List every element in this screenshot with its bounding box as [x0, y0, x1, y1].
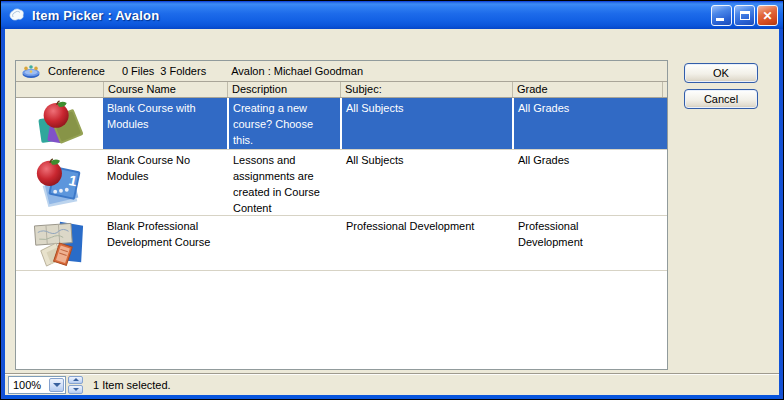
- table-row[interactable]: Blank Professional Development Course Pr…: [16, 216, 667, 271]
- chevron-up-icon: [73, 378, 79, 381]
- item-list-panel: Conference 0 Files 3 Folders Avalon : Mi…: [15, 60, 668, 370]
- conference-label: Conference: [48, 65, 105, 77]
- description-cell: Creating a new course? Choose this.: [227, 98, 340, 149]
- conference-icon: [21, 64, 41, 79]
- map-papers-icon: [16, 216, 103, 270]
- grade-text: All Grades: [518, 152, 569, 168]
- column-header-filler: [662, 82, 667, 97]
- description-cell: Lessons and assignments are created in C…: [227, 150, 340, 215]
- apple-planner-icon: 1: [16, 150, 103, 215]
- column-header-course-name[interactable]: Course Name: [103, 82, 227, 97]
- selection-status: 1 Item selected.: [93, 379, 171, 391]
- table-header: Course Name Description Subjec: Grade: [16, 82, 667, 98]
- table-body: Blank Course with Modules Creating a new…: [16, 98, 667, 369]
- window-controls: ✕: [711, 5, 778, 26]
- maximize-icon: [740, 11, 750, 20]
- subject-cell: All Subjects: [340, 150, 512, 215]
- zoom-dropdown-button[interactable]: [49, 378, 64, 392]
- context-label: Avalon : Michael Goodman: [231, 65, 363, 77]
- zoom-value: 100%: [9, 379, 49, 391]
- spinner-down-button[interactable]: [68, 385, 83, 394]
- grade-cell: Professional Development: [512, 216, 667, 270]
- minimize-button[interactable]: [711, 5, 732, 26]
- dialog-content: Conference 0 Files 3 Folders Avalon : Mi…: [5, 29, 779, 395]
- item-picker-window: Item Picker : Avalon ✕: [0, 0, 784, 400]
- grade-cell: All Grades: [512, 150, 667, 215]
- folders-count: 3 Folders: [160, 65, 206, 77]
- zoom-spinner[interactable]: [68, 376, 83, 394]
- course-name-cell: Blank Professional Development Course: [103, 216, 227, 270]
- cancel-button[interactable]: Cancel: [684, 89, 758, 109]
- subject-cell: Professional Development: [340, 216, 512, 270]
- status-bar: 100% 1 Item selected.: [5, 373, 779, 395]
- titlebar[interactable]: Item Picker : Avalon ✕: [1, 1, 783, 29]
- table-row[interactable]: Blank Course with Modules Creating a new…: [16, 98, 667, 150]
- spinner-up-button[interactable]: [68, 376, 83, 385]
- course-name-cell: Blank Course with Modules: [103, 98, 227, 149]
- course-name-cell: Blank Course No Modules: [103, 150, 227, 215]
- chevron-down-icon: [53, 383, 61, 387]
- ok-button[interactable]: OK: [684, 63, 758, 83]
- column-header-icon: [16, 82, 103, 97]
- description-cell: [227, 216, 340, 270]
- grade-text: All Grades: [518, 100, 569, 116]
- maximize-button[interactable]: [734, 5, 755, 26]
- minimize-icon: [716, 18, 724, 21]
- column-header-subject[interactable]: Subjec:: [340, 82, 512, 97]
- close-button[interactable]: ✕: [757, 5, 778, 26]
- column-header-description[interactable]: Description: [227, 82, 340, 97]
- grade-text: Professional Development: [518, 218, 622, 250]
- zoom-level-select[interactable]: 100%: [8, 376, 66, 394]
- window-icon: [8, 7, 26, 23]
- close-icon: ✕: [762, 10, 772, 22]
- grade-cell: All Grades: [512, 98, 667, 149]
- info-bar: Conference 0 Files 3 Folders Avalon : Mi…: [16, 61, 667, 82]
- window-frame: Conference 0 Files 3 Folders Avalon : Mi…: [1, 29, 783, 399]
- column-header-grade[interactable]: Grade: [512, 82, 662, 97]
- window-title: Item Picker : Avalon: [32, 8, 159, 23]
- subject-cell: All Subjects: [340, 98, 512, 149]
- table-row[interactable]: 1: [16, 150, 667, 216]
- chevron-down-icon: [73, 388, 79, 391]
- apple-books-icon: [16, 98, 103, 149]
- files-count: 0 Files: [122, 65, 154, 77]
